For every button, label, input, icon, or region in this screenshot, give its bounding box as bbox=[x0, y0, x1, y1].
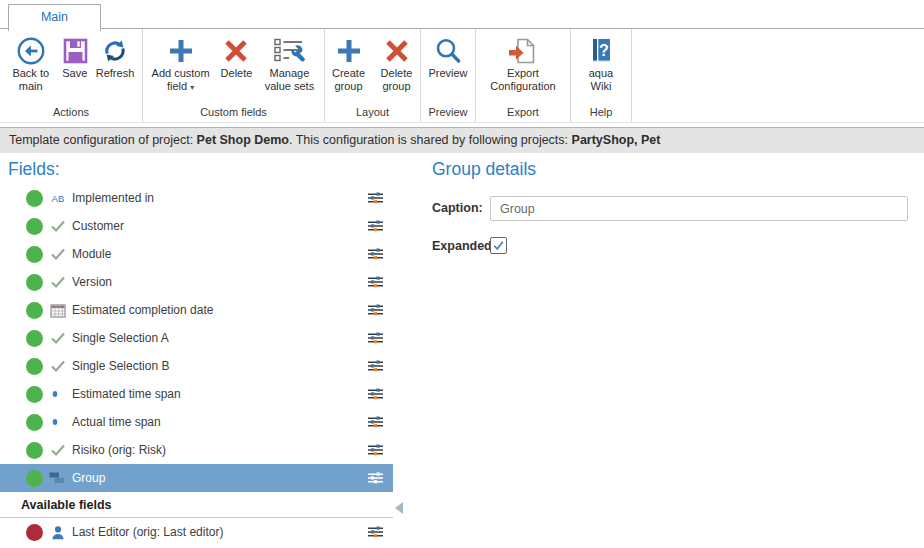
field-settings-icon[interactable] bbox=[367, 219, 384, 233]
status-green-icon bbox=[26, 414, 43, 431]
field-label: Implemented in bbox=[72, 191, 367, 205]
field-label: Actual time span bbox=[72, 415, 367, 429]
add-custom-field-button[interactable]: Add custom field ▾ bbox=[145, 33, 217, 95]
field-row-risiko[interactable]: Risiko (orig: Risk) bbox=[0, 436, 393, 464]
field-settings-icon[interactable] bbox=[367, 331, 384, 345]
ribbon-group-label-actions: Actions bbox=[0, 105, 142, 122]
group-details-title: Group details bbox=[432, 159, 536, 180]
status-red-icon bbox=[26, 524, 43, 541]
magnifier-icon bbox=[433, 34, 463, 67]
export-document-icon bbox=[506, 34, 540, 67]
field-settings-icon[interactable] bbox=[367, 247, 384, 261]
status-green-icon bbox=[26, 274, 43, 291]
back-to-main-label: Back to main bbox=[8, 67, 54, 93]
delete-group-label: Delete group bbox=[376, 67, 417, 93]
field-label: Module bbox=[72, 247, 367, 261]
person-type-icon bbox=[47, 525, 69, 540]
project-name: Pet Shop Demo bbox=[197, 133, 289, 147]
export-configuration-button[interactable]: Export Configuration bbox=[479, 33, 567, 94]
back-to-main-button[interactable]: Back to main bbox=[5, 33, 57, 94]
status-green-icon bbox=[26, 358, 43, 375]
field-settings-icon[interactable] bbox=[367, 191, 384, 205]
ribbon-body: Back to main Save Refresh Actions bbox=[0, 29, 924, 122]
field-row-implemented-in[interactable]: AB Implemented in bbox=[0, 184, 393, 212]
panel-collapse-arrow[interactable] bbox=[395, 502, 403, 514]
info-bar: Template configuration of project: Pet S… bbox=[0, 127, 924, 153]
field-label: Risiko (orig: Risk) bbox=[72, 443, 367, 457]
ribbon-group-label-custom-fields: Custom fields bbox=[143, 105, 324, 122]
field-settings-icon[interactable] bbox=[367, 415, 384, 429]
timespan-type-icon bbox=[47, 415, 69, 429]
status-green-icon bbox=[26, 386, 43, 403]
save-button[interactable]: Save bbox=[58, 33, 92, 81]
checklist-type-icon bbox=[47, 359, 69, 373]
field-row-estimated-completion-date[interactable]: Estimated completion date bbox=[0, 296, 393, 324]
checklist-type-icon bbox=[47, 331, 69, 345]
field-label: Estimated time span bbox=[72, 387, 367, 401]
field-label: Estimated completion date bbox=[72, 303, 367, 317]
field-label: Group bbox=[72, 471, 367, 485]
dropdown-caret-icon: ▾ bbox=[190, 83, 194, 92]
field-settings-icon[interactable] bbox=[367, 471, 384, 485]
expanded-checkbox[interactable] bbox=[490, 237, 507, 254]
main-content: Fields: AB Implemented in Customer Modul… bbox=[0, 153, 924, 548]
add-custom-field-label: Add custom field ▾ bbox=[148, 67, 214, 94]
field-row-group-selected[interactable]: Group bbox=[0, 464, 393, 492]
delete-x-icon bbox=[221, 34, 251, 67]
field-settings-icon[interactable] bbox=[367, 387, 384, 401]
info-bar-middle: . This configuration is shared by follow… bbox=[289, 133, 572, 147]
ribbon-group-custom-fields: Add custom field ▾ Delete Manage value s… bbox=[143, 29, 325, 122]
ribbon-group-label-preview: Preview bbox=[421, 105, 475, 122]
field-row-customer[interactable]: Customer bbox=[0, 212, 393, 240]
status-green-icon bbox=[26, 190, 43, 207]
create-group-label: Create group bbox=[328, 67, 369, 93]
ribbon-tab-bar: Main bbox=[0, 0, 924, 29]
delete-x-icon bbox=[382, 34, 412, 67]
field-row-actual-time-span[interactable]: Actual time span bbox=[0, 408, 393, 436]
field-label: Version bbox=[72, 275, 367, 289]
field-settings-icon[interactable] bbox=[367, 275, 384, 289]
ribbon-group-label-help: Help bbox=[571, 105, 631, 122]
checklist-type-icon bbox=[47, 443, 69, 457]
available-fields-header: Available fields bbox=[0, 492, 393, 518]
preview-button[interactable]: Preview bbox=[425, 33, 470, 81]
delete-group-button[interactable]: Delete group bbox=[373, 33, 420, 94]
delete-label: Delete bbox=[221, 67, 253, 80]
ribbon-group-actions: Back to main Save Refresh Actions bbox=[0, 29, 143, 122]
field-label: Single Selection A bbox=[72, 331, 367, 345]
aqua-wiki-label: aqua Wiki bbox=[583, 67, 619, 93]
plus-icon bbox=[334, 34, 364, 67]
create-group-button[interactable]: Create group bbox=[325, 33, 372, 94]
field-settings-icon[interactable] bbox=[367, 443, 384, 457]
manage-value-sets-icon bbox=[273, 34, 305, 67]
field-settings-icon[interactable] bbox=[367, 303, 384, 317]
svg-text:?: ? bbox=[599, 41, 609, 58]
status-green-icon bbox=[26, 470, 43, 487]
timespan-type-icon bbox=[47, 387, 69, 401]
fields-panel-title: Fields: bbox=[8, 159, 60, 180]
tab-main[interactable]: Main bbox=[8, 4, 101, 31]
field-row-estimated-time-span[interactable]: Estimated time span bbox=[0, 380, 393, 408]
save-label: Save bbox=[62, 67, 87, 80]
field-row-version[interactable]: Version bbox=[0, 268, 393, 296]
checklist-type-icon bbox=[47, 247, 69, 261]
field-row-single-selection-b[interactable]: Single Selection B bbox=[0, 352, 393, 380]
checklist-type-icon bbox=[47, 275, 69, 289]
field-label: Single Selection B bbox=[72, 359, 367, 373]
field-row-module[interactable]: Module bbox=[0, 240, 393, 268]
caption-label: Caption: bbox=[432, 201, 483, 215]
caption-input[interactable] bbox=[490, 196, 908, 221]
field-row-single-selection-a[interactable]: Single Selection A bbox=[0, 324, 393, 352]
ribbon-group-export: Export Configuration Export bbox=[476, 29, 571, 122]
ribbon-group-label-layout: Layout bbox=[325, 105, 420, 122]
manage-value-sets-button[interactable]: Manage value sets bbox=[256, 33, 322, 94]
refresh-button[interactable]: Refresh bbox=[93, 33, 138, 81]
aqua-wiki-button[interactable]: ? aqua Wiki bbox=[580, 33, 622, 94]
delete-button[interactable]: Delete bbox=[218, 33, 256, 81]
field-settings-icon[interactable] bbox=[367, 525, 384, 539]
field-settings-icon[interactable] bbox=[367, 359, 384, 373]
ribbon-group-help: ? aqua Wiki Help bbox=[571, 29, 632, 122]
field-row-last-editor[interactable]: Last Editor (orig: Last editor) bbox=[0, 518, 393, 546]
template-configuration-window: { "ribbon": { "tab_label": "Main", "grou… bbox=[0, 0, 924, 548]
status-green-icon bbox=[26, 218, 43, 235]
